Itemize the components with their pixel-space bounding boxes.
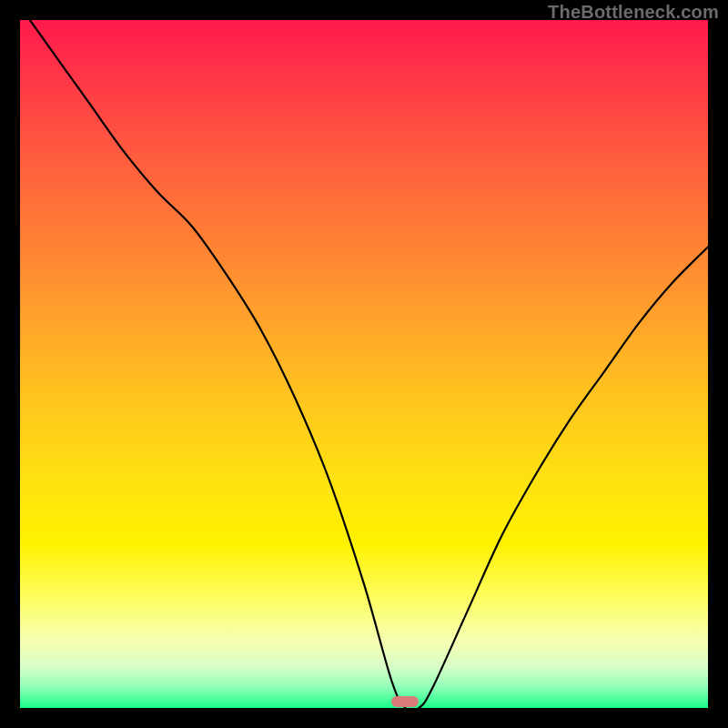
plot-area	[20, 20, 708, 708]
curve-path	[20, 20, 708, 708]
watermark-text: TheBottleneck.com	[548, 2, 719, 23]
chart-frame: TheBottleneck.com	[0, 0, 728, 728]
bottleneck-curve	[20, 20, 708, 708]
optimal-marker	[391, 696, 419, 707]
